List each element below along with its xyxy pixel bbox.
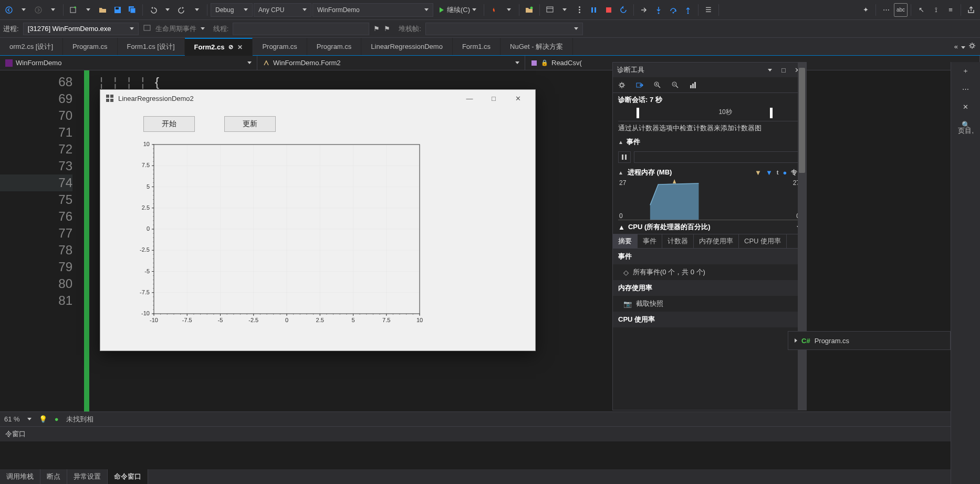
thread-select[interactable] <box>233 23 369 35</box>
code-map-icon[interactable] <box>572 3 586 17</box>
bottom-tab-breakpoints[interactable]: 断点 <box>40 469 67 484</box>
save-all-button[interactable] <box>126 3 139 17</box>
start-button[interactable]: 开始 <box>143 116 195 132</box>
stackframe-select[interactable] <box>425 23 583 35</box>
cursor-icon[interactable]: ↖ <box>914 3 928 17</box>
update-button[interactable]: 更新 <box>224 116 276 132</box>
tab-form2-cs[interactable]: Form2.cs⊘✕ <box>185 38 253 56</box>
nav-project-select[interactable]: WinFormDemo <box>0 56 257 70</box>
close-icon[interactable]: ✕ <box>237 44 243 51</box>
diag-maximize-button[interactable]: □ <box>779 65 788 75</box>
rstrip-add-button[interactable]: ＋ <box>951 62 980 80</box>
events-track[interactable] <box>634 151 801 163</box>
hot-reload-button[interactable] <box>487 3 501 17</box>
browse-button[interactable] <box>523 3 536 17</box>
minimize-button[interactable]: — <box>457 90 482 107</box>
rstrip-more-button[interactable]: ⋯ <box>951 80 980 98</box>
tab-form2-design[interactable]: orm2.cs [设计] <box>0 38 63 55</box>
chevron-down-icon[interactable] <box>27 418 32 420</box>
gear-icon[interactable] <box>616 79 628 91</box>
restart-button[interactable] <box>617 3 630 17</box>
liveshare-icon[interactable]: ✦ <box>859 3 872 17</box>
lightbulb-icon[interactable]: 💡 <box>39 415 47 423</box>
solution-tree-item[interactable]: C# Program.cs <box>788 331 951 350</box>
new-item-dropdown[interactable] <box>81 3 95 17</box>
startup-project-select[interactable]: WinFormDemo <box>312 3 433 17</box>
tab-nuget[interactable]: NuGet - 解决方案 <box>501 38 573 55</box>
diag-cpu-header[interactable]: ▲CPU (所有处理器的百分比) <box>613 220 806 234</box>
diag-tab-cpu[interactable]: CPU 使用率 <box>739 234 787 248</box>
zoom-in-icon[interactable] <box>652 79 663 91</box>
diag-tab-summary[interactable]: 摘要 <box>613 234 638 248</box>
process-select[interactable]: [31276] WinFormDemo.exe <box>23 23 139 35</box>
stop-button[interactable] <box>602 3 616 17</box>
save-button[interactable] <box>111 3 124 17</box>
show-next-statement-button[interactable] <box>637 3 651 17</box>
redo-button[interactable] <box>175 3 189 17</box>
close-button[interactable]: ✕ <box>506 90 530 107</box>
diag-tab-memory[interactable]: 内存使用率 <box>694 234 739 248</box>
flag-icon[interactable]: ⚑ <box>373 25 380 33</box>
rstrip-x-button[interactable]: ✕ <box>951 98 980 116</box>
config-platform-select[interactable]: Any CPU <box>254 3 311 17</box>
share-icon[interactable] <box>964 3 978 17</box>
tab-form1-design[interactable]: Form1.cs [设计] <box>118 38 185 55</box>
intellitrace-icon[interactable]: ☰ <box>702 3 715 17</box>
bottom-tab-exceptions[interactable]: 异常设置 <box>67 469 108 484</box>
show-windows-dropdown[interactable] <box>558 3 571 17</box>
abc-icon[interactable]: abc <box>894 3 908 17</box>
bottom-tab-callstack[interactable]: 调用堆栈 <box>0 469 40 484</box>
hot-reload-dropdown[interactable] <box>502 3 516 17</box>
goto-icon[interactable] <box>634 79 645 91</box>
nav-back-dropdown[interactable] <box>17 3 30 17</box>
step-over-button[interactable] <box>666 3 680 17</box>
flag2-icon[interactable]: ⚑ <box>384 25 390 33</box>
maximize-button[interactable]: □ <box>482 90 506 107</box>
show-windows-button[interactable] <box>543 3 557 17</box>
redo-dropdown[interactable] <box>190 3 204 17</box>
extension-icon[interactable]: ⋯ <box>879 3 893 17</box>
tab-form1-cs[interactable]: Form1.cs <box>453 38 501 55</box>
diag-events-header[interactable]: ▲事件 <box>613 135 806 149</box>
diag-dropdown-button[interactable] <box>765 65 775 75</box>
open-button[interactable] <box>96 3 110 17</box>
chart-icon[interactable] <box>687 79 699 91</box>
tabs-gear-button[interactable] <box>968 42 976 51</box>
tabs-dropdown-button[interactable] <box>961 43 965 50</box>
diag-tab-counters[interactable]: 计数器 <box>662 234 694 248</box>
diag-scrollbar[interactable] <box>798 63 806 410</box>
diag-hint: 通过从计数器选项中检查计数器来添加计数器图 <box>613 121 806 135</box>
tab-program-3[interactable]: Program.cs <box>307 38 361 55</box>
step-out-button[interactable] <box>681 3 695 17</box>
ruler-icon[interactable]: ⟟ <box>929 3 943 17</box>
nav-class-select[interactable]: WinFormDemo.Form2 <box>257 56 525 70</box>
undo-button[interactable] <box>146 3 160 17</box>
more-lines-icon[interactable]: ≡ <box>944 3 957 17</box>
bottom-tab-command[interactable]: 命令窗口 <box>108 469 148 484</box>
diag-timeline[interactable]: 10秒 <box>618 107 801 121</box>
diag-tab-events[interactable]: 事件 <box>638 234 662 248</box>
diag-mem-header[interactable]: ▲进程内存 (MB) ▼ ▼t ●专.. <box>613 166 806 179</box>
tabs-overflow-button[interactable]: « <box>954 43 958 50</box>
step-into-button[interactable] <box>652 3 665 17</box>
pause-icon[interactable] <box>618 151 631 163</box>
zoom-level[interactable]: 61 % <box>4 415 20 423</box>
pause-button[interactable] <box>587 3 601 17</box>
nav-back-button[interactable] <box>2 3 16 17</box>
nav-forward-button[interactable] <box>32 3 45 17</box>
new-item-button[interactable] <box>67 3 80 17</box>
continue-button[interactable]: 继续(C) <box>434 3 481 17</box>
nav-forward-dropdown[interactable] <box>46 3 60 17</box>
tab-program-2[interactable]: Program.cs <box>253 38 307 55</box>
diag-snapshot[interactable]: 📷截取快照 <box>613 296 806 312</box>
diag-all-events[interactable]: ◇所有事件(0 个，共 0 个) <box>613 264 806 280</box>
tab-program-1[interactable]: Program.cs <box>63 38 117 55</box>
command-window-body[interactable] <box>0 441 980 469</box>
lifecycle-icon[interactable] <box>143 24 151 34</box>
pin-icon[interactable]: ⊘ <box>228 44 233 50</box>
undo-dropdown[interactable] <box>161 3 174 17</box>
config-debug-select[interactable]: Debug <box>211 3 253 17</box>
winform-titlebar[interactable]: LinearRegressionDemo2 — □ ✕ <box>100 90 535 107</box>
zoom-out-icon[interactable] <box>670 79 681 91</box>
tab-linearregression[interactable]: LinearRegressionDemo <box>361 38 453 55</box>
